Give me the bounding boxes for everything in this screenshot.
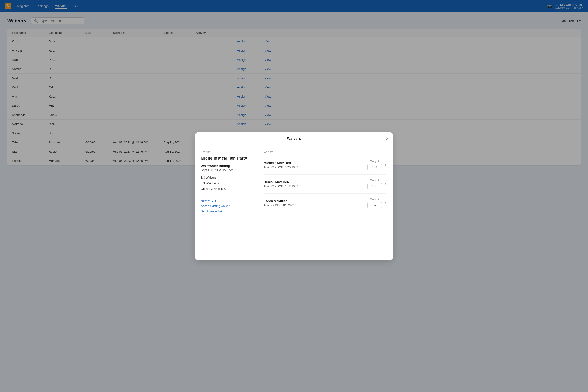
send-waiver-link[interactable]: Send waiver link <box>201 210 251 213</box>
new-waiver-link[interactable]: New waiver <box>201 199 251 202</box>
waiver-person-details: Age: 32 • DOB: 3/20/1986 <box>264 166 368 169</box>
waiver-info: Dereck McMillen Age: 32 • DOB: 1/12/1986 <box>264 180 368 188</box>
waiver-person: Jaden McMillen Age: 7 • DOB: 8/07/2016 W… <box>264 194 386 212</box>
weight-block: Weight › <box>368 160 386 170</box>
chevron-right-icon[interactable]: › <box>385 200 386 206</box>
weight-label: Weight <box>368 179 382 182</box>
weight-block: Weight › <box>368 179 386 189</box>
waivers-list: Michelle McMillen Age: 32 • DOB: 3/20/19… <box>264 156 386 212</box>
waiver-person-details: Age: 7 • DOB: 8/07/2016 <box>264 204 368 207</box>
waivers-stat: 3/3 Waivers <box>201 175 251 180</box>
booking-party-name: Michelle McMillen Party <box>201 156 251 161</box>
divider <box>201 195 251 195</box>
modal-title: Waivers <box>287 136 301 141</box>
modal-left-panel: Booking Michelle McMillen Party Whitewat… <box>195 145 257 260</box>
waiver-person-name: Jaden McMillen <box>264 199 368 203</box>
modal-overlay[interactable]: Waivers × Booking Michelle McMillen Part… <box>0 0 588 392</box>
waiver-person-details: Age: 32 • DOB: 1/12/1986 <box>264 184 368 188</box>
booking-activity: Whitewater Rafting <box>201 164 251 168</box>
modal-body: Booking Michelle McMillen Party Whitewat… <box>195 145 393 260</box>
waiver-person-name: Michelle McMillen <box>264 161 368 165</box>
waiver-person-name: Dereck McMillen <box>264 180 368 184</box>
booking-section-label: Booking <box>201 150 251 153</box>
waiver-info: Michelle McMillen Age: 32 • DOB: 3/20/19… <box>264 161 368 169</box>
waivers-modal: Waivers × Booking Michelle McMillen Part… <box>195 132 393 260</box>
modal-header: Waivers × <box>195 132 393 145</box>
weight-field-block: Weight <box>368 198 382 208</box>
weight-label: Weight <box>368 160 382 163</box>
kiosk-stat: Online: 3 • Kiosk: 0 <box>201 186 251 192</box>
weight-label: Weight <box>368 198 382 201</box>
booking-date: Sept 4, 2023 @ 9:20 AM <box>201 168 251 172</box>
modal-right-panel: Waivers Michelle McMillen Age: 32 • DOB:… <box>257 145 393 260</box>
close-button[interactable]: × <box>386 136 389 141</box>
waiver-person: Michelle McMillen Age: 32 • DOB: 3/20/19… <box>264 156 386 175</box>
waivers-section-label: Waivers <box>264 150 386 153</box>
weight-input[interactable] <box>368 164 382 170</box>
weighins-stat: 3/3 Weigh-ins <box>201 181 251 186</box>
weight-input[interactable] <box>368 202 382 208</box>
waiver-person: Dereck McMillen Age: 32 • DOB: 1/12/1986… <box>264 175 386 194</box>
weight-input[interactable] <box>368 183 382 189</box>
weight-field-block: Weight <box>368 179 382 189</box>
chevron-right-icon[interactable]: › <box>385 182 386 186</box>
waiver-info: Jaden McMillen Age: 7 • DOB: 8/07/2016 <box>264 199 368 207</box>
chevron-right-icon[interactable]: › <box>385 162 386 167</box>
weight-field-block: Weight <box>368 160 382 170</box>
attach-waiver-link[interactable]: Attach existing waiver <box>201 204 251 208</box>
weight-block: Weight › <box>368 198 386 208</box>
